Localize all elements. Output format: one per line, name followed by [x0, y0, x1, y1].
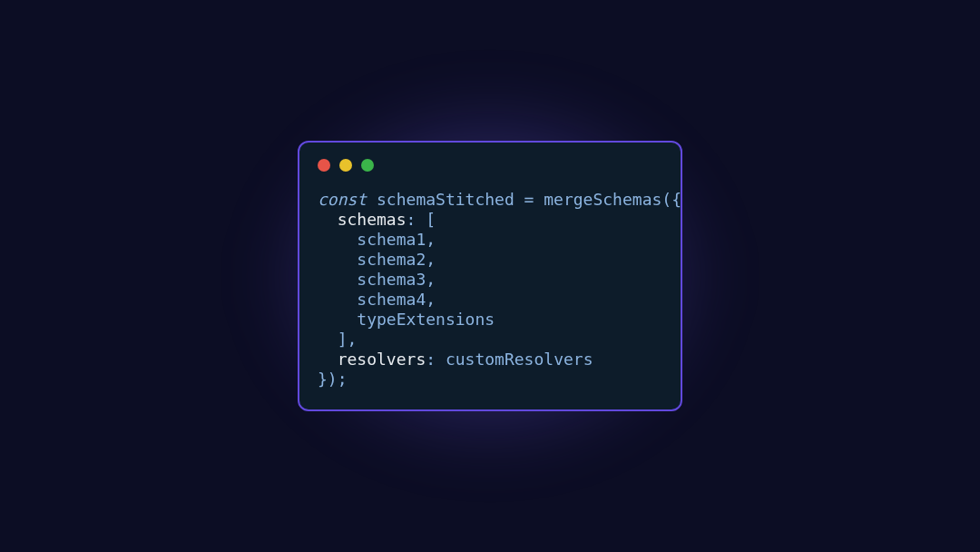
- open-bracket: [: [426, 210, 436, 229]
- open-paren: ({: [662, 190, 681, 209]
- code-window: const schemaStitched = mergeSchemas({ sc…: [298, 141, 682, 411]
- colon: :: [407, 210, 426, 229]
- comma: ,: [426, 230, 436, 249]
- schema3: schema3: [357, 270, 426, 289]
- func-name: mergeSchemas: [544, 190, 662, 209]
- type-extensions: typeExtensions: [357, 310, 495, 329]
- colon: :: [426, 350, 446, 369]
- code-block: const schemaStitched = mergeSchemas({ sc…: [318, 190, 662, 389]
- schema2: schema2: [357, 250, 426, 269]
- minimize-icon: [339, 159, 352, 172]
- resolvers-val: customResolvers: [446, 350, 593, 369]
- resolvers-key: resolvers: [338, 350, 426, 369]
- close-bracket: ],: [338, 330, 358, 349]
- schema4: schema4: [357, 290, 426, 309]
- window-traffic-lights: [318, 159, 662, 172]
- code-card-wrapper: const schemaStitched = mergeSchemas({ sc…: [298, 141, 682, 411]
- close-paren: });: [318, 370, 348, 389]
- schemas-key: schemas: [338, 210, 407, 229]
- comma: ,: [426, 250, 436, 269]
- maximize-icon: [361, 159, 374, 172]
- schema1: schema1: [357, 230, 426, 249]
- equals: =: [514, 190, 544, 209]
- keyword-const: const: [318, 190, 367, 209]
- comma: ,: [426, 270, 436, 289]
- close-icon: [318, 159, 330, 172]
- var-name: schemaStitched: [377, 190, 514, 209]
- comma: ,: [426, 290, 436, 309]
